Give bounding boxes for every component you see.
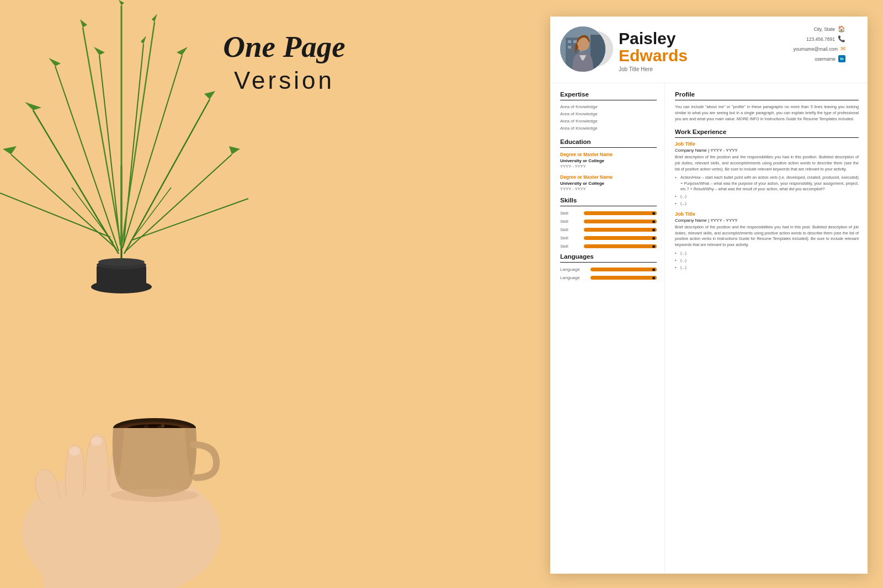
avatar-container <box>560 26 609 75</box>
profile-divider <box>675 100 859 100</box>
skill-label-1: Skill <box>560 211 581 216</box>
expertise-divider <box>560 100 657 100</box>
skill-bar-1 <box>584 211 657 215</box>
avatar-photo <box>560 26 605 72</box>
svg-line-8 <box>99 55 120 245</box>
lang-label-2: Language <box>560 275 588 280</box>
job-title: Job Title Here <box>619 66 858 72</box>
svg-marker-21 <box>229 146 240 154</box>
svg-marker-19 <box>94 47 105 55</box>
expertise-item-4: Area of Knowledge <box>560 126 657 131</box>
job-entry-2: Job Title Company Name | YYYY - YYYY Bri… <box>675 211 859 271</box>
job-title-2: Job Title <box>675 211 859 217</box>
svg-line-14 <box>121 22 155 248</box>
svg-line-29 <box>72 188 113 243</box>
linkedin-icon: in <box>838 55 845 62</box>
svg-marker-26 <box>119 0 124 6</box>
svg-rect-49 <box>568 40 571 43</box>
skill-bar-2 <box>584 220 657 223</box>
svg-line-6 <box>11 154 116 248</box>
svg-point-44 <box>110 489 199 502</box>
job-bullet-1-1: • Action/How – start each bullet point w… <box>675 175 859 193</box>
lang-bar-2 <box>591 276 657 280</box>
svg-marker-25 <box>152 14 157 22</box>
svg-line-27 <box>0 193 110 237</box>
svg-line-28 <box>132 199 248 240</box>
job-title-1: Job Title <box>675 141 859 147</box>
expertise-title: Expertise <box>560 91 657 98</box>
education-divider <box>560 147 657 148</box>
languages-title: Languages <box>560 253 657 260</box>
edu-years-1: YYYY - YYYY <box>560 164 657 169</box>
right-column: Profile You can include "about me" or "p… <box>665 83 868 574</box>
edu-university-1: University or College <box>560 158 657 163</box>
lang-row-1: Language <box>560 267 657 272</box>
job-entry-1: Job Title Company Name | YYYY - YYYY Bri… <box>675 141 859 206</box>
contact-area: City, State 🏠 123.456.7891 📞 yourname@ma… <box>794 25 845 62</box>
svg-line-13 <box>83 28 121 248</box>
svg-marker-16 <box>25 102 41 110</box>
hand-coffee-decoration <box>0 257 386 588</box>
svg-marker-18 <box>49 58 61 66</box>
title-line2: Version <box>182 67 386 94</box>
skill-label-3: Skill <box>560 227 581 232</box>
edu-degree-1: Degree or Master Name <box>560 152 657 157</box>
work-experience-title: Work Experience <box>675 129 859 135</box>
resume-header: Paisley Edwards Job Title Here City, Sta… <box>550 17 868 83</box>
work-experience-divider <box>675 137 859 138</box>
edu-entry-1: Degree or Master Name University or Coll… <box>560 152 657 169</box>
skill-row-2: Skill <box>560 219 657 224</box>
edu-degree-2: Degree or Master Name <box>560 174 657 180</box>
skill-row-4: Skill <box>560 236 657 240</box>
skills-divider <box>560 206 657 206</box>
svg-rect-51 <box>568 46 571 49</box>
lang-row-2: Language <box>560 275 657 280</box>
expertise-section: Expertise Area of Knowledge Area of Know… <box>560 91 657 131</box>
expertise-item-2: Area of Knowledge <box>560 111 657 116</box>
edu-entry-2: Degree or Master Name University or Coll… <box>560 174 657 191</box>
expertise-item-3: Area of Knowledge <box>560 119 657 124</box>
skill-bar-4 <box>584 236 657 240</box>
profile-text: You can include "about me" or "profile" … <box>675 104 859 122</box>
skill-label-4: Skill <box>560 236 581 240</box>
company-line-1: Company Name | YYYY - YYYY <box>675 148 859 153</box>
education-title: Education <box>560 138 657 145</box>
svg-point-43 <box>161 424 164 427</box>
svg-line-5 <box>33 110 119 254</box>
job-desc-1: Brief description of the position and th… <box>675 154 859 172</box>
svg-marker-17 <box>3 146 17 154</box>
resume-paper: Paisley Edwards Job Title Here City, Sta… <box>550 17 868 574</box>
job-bullet-2-3: • (...) <box>675 265 859 271</box>
languages-divider <box>560 262 657 263</box>
company-line-2: Company Name | YYYY - YYYY <box>675 218 859 223</box>
skills-title: Skills <box>560 197 657 204</box>
svg-line-9 <box>124 99 210 254</box>
svg-point-32 <box>69 447 80 456</box>
job-bullet-2-1: • (...) <box>675 250 859 256</box>
job-bullet-1-3: • (...) <box>675 201 859 207</box>
svg-line-11 <box>123 55 182 248</box>
email-icon: ✉ <box>841 45 845 52</box>
contact-email: yourname@mail.com ✉ <box>794 45 845 52</box>
location-icon: 🏠 <box>838 25 845 33</box>
contact-location: City, State 🏠 <box>794 25 845 33</box>
svg-point-33 <box>91 437 102 446</box>
svg-rect-50 <box>573 40 577 43</box>
skill-bar-3 <box>584 228 657 232</box>
page-title-area: One Page Version <box>182 30 386 94</box>
svg-marker-24 <box>80 19 87 28</box>
svg-line-7 <box>55 66 119 251</box>
left-column: Expertise Area of Knowledge Area of Know… <box>550 83 665 574</box>
title-line1: One Page <box>182 30 386 64</box>
job-bullet-2-2: • (...) <box>675 258 859 264</box>
skill-label-2: Skill <box>560 219 581 224</box>
skill-bar-5 <box>584 244 657 248</box>
skill-row-3: Skill <box>560 227 657 232</box>
skill-label-5: Skill <box>560 244 581 249</box>
lang-bar-1 <box>591 268 657 271</box>
work-experience-section: Work Experience Job Title Company Name |… <box>675 129 859 270</box>
job-desc-2: Brief description of the position and th… <box>675 224 859 248</box>
profile-section: Profile You can include "about me" or "p… <box>675 91 859 122</box>
profile-title: Profile <box>675 91 859 98</box>
skill-row-1: Skill <box>560 211 657 216</box>
